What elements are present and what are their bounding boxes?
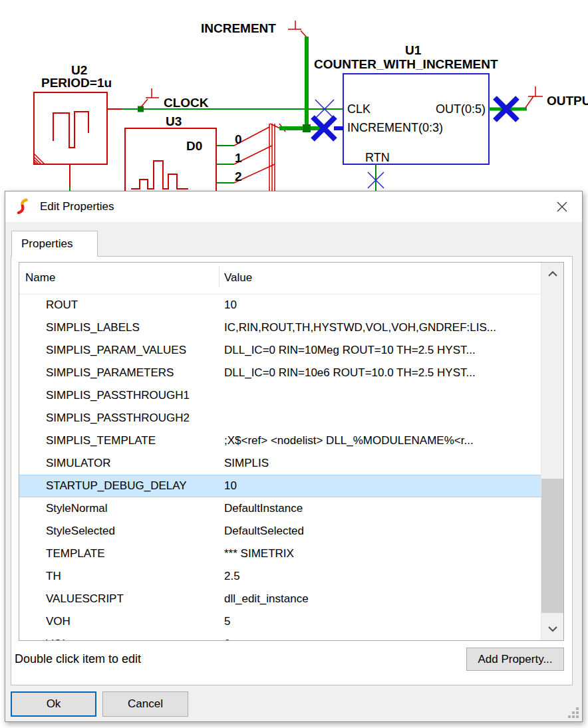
u3-pin-d0-label: D0 [186, 139, 202, 153]
u2-param-label: PERIOD=1u [41, 76, 112, 90]
table-row[interactable]: SIMPLIS_PARAMETERSDLL_IC=0 RIN=10e6 ROUT… [19, 362, 541, 384]
u3-bus-pin-0: 0 [235, 132, 242, 146]
u1-part-label: COUNTER_WITH_INCREMENT [314, 57, 498, 71]
simetrix-logo-icon [15, 198, 32, 215]
u2-component [34, 92, 107, 191]
property-value: DefaultInstance [224, 502, 539, 515]
table-row[interactable]: SIMPLIS_PASSTHROUGH1 [19, 384, 541, 407]
property-rows: ROUT10SIMPLIS_LABELSIC,RIN,ROUT,TH,HYSTW… [19, 294, 541, 640]
property-name: TH [46, 570, 61, 583]
table-row[interactable]: TH2.5 [19, 565, 541, 588]
column-header-name: Name [25, 271, 55, 285]
cancel-button[interactable]: Cancel [102, 691, 188, 717]
property-name: VOL [46, 638, 69, 640]
property-name: VALUESCRIPT [46, 592, 124, 606]
property-name: StyleSelected [46, 525, 115, 538]
u3-component [125, 124, 285, 193]
property-name: ROUT [46, 299, 78, 312]
property-value: 10 [224, 299, 539, 312]
close-icon [556, 201, 568, 213]
u2-ref-label: U2 [71, 63, 87, 77]
property-value: DLL_IC=0 RIN=10e6 ROUT=10.0 TH=2.5 HYST.… [224, 366, 539, 380]
property-value: SIMPLIS [224, 457, 539, 470]
property-name: STARTUP_DEBUG_DELAY [46, 479, 187, 493]
output-net-wire [525, 86, 543, 108]
increment-net-label: INCREMENT [201, 21, 276, 35]
table-row[interactable]: TEMPLATE*** SIMETRIX [19, 543, 541, 565]
resize-grip[interactable] [568, 707, 580, 719]
tab-properties[interactable]: Properties [11, 231, 98, 257]
property-name: TEMPLATE [46, 547, 104, 560]
output-net-label: OUTPUT [547, 94, 588, 108]
scroll-up-button[interactable] [541, 263, 563, 285]
property-name: SIMULATOR [46, 457, 111, 470]
edit-properties-dialog: Edit Properties Properties Name Value RO… [5, 191, 583, 722]
table-header: Name Value [19, 263, 563, 295]
u1-pin-out: OUT(0:5) [436, 102, 486, 116]
u1-pin-rtn: RTN [365, 151, 390, 164]
property-value: ;X$<ref> <nodelist> DLL_%MODULENAME%<r..… [224, 434, 539, 447]
u1-pin-clk: CLK [347, 102, 370, 116]
property-value: 0 [224, 638, 539, 640]
properties-tab-page: Name Value ROUT10SIMPLIS_LABELSIC,RIN,RO… [11, 256, 573, 685]
property-value: 5 [224, 615, 539, 628]
table-row[interactable]: SIMPLIS_LABELSIC,RIN,ROUT,TH,HYSTWD,VOL,… [19, 316, 541, 339]
u1-ref-label: U1 [405, 43, 422, 57]
table-row[interactable]: StyleNormalDefaultInstance [19, 497, 541, 520]
property-value: DLL_IC=0 RIN=10Meg ROUT=10 TH=2.5 HYST..… [224, 344, 539, 357]
column-divider[interactable] [219, 266, 220, 287]
table-row[interactable]: VOH5 [19, 610, 541, 633]
table-row[interactable]: SIMPLIS_PARAM_VALUESDLL_IC=0 RIN=10Meg R… [19, 339, 541, 362]
table-row[interactable]: SIMPLIS_TEMPLATE;X$<ref> <nodelist> DLL_… [19, 429, 541, 452]
u3-ref-label: U3 [166, 114, 182, 128]
hint-text: Double click item to edit [15, 652, 141, 666]
property-value: dll_edit_instance [224, 592, 539, 606]
clock-net-label: CLOCK [164, 96, 209, 110]
u1-pin-increment: INCREMENT(0:3) [347, 121, 443, 134]
property-name: SIMPLIS_LABELS [46, 321, 140, 334]
property-name: SIMPLIS_PARAMETERS [46, 366, 174, 380]
scroll-down-button[interactable] [541, 618, 563, 640]
chevron-up-icon [547, 271, 558, 277]
table-row-selected[interactable]: STARTUP_DEBUG_DELAY10 [19, 475, 541, 497]
dialog-title: Edit Properties [40, 200, 114, 213]
property-value: *** SIMETRIX [224, 547, 539, 560]
vertical-scrollbar[interactable] [541, 263, 563, 640]
property-table: Name Value ROUT10SIMPLIS_LABELSIC,RIN,RO… [19, 262, 564, 641]
table-row[interactable]: SIMULATORSIMPLIS [19, 452, 541, 475]
table-row[interactable]: StyleSelectedDefaultSelected [19, 520, 541, 543]
property-value: IC,RIN,ROUT,TH,HYSTWD,VOL,VOH,GNDREF:LIS… [224, 321, 539, 334]
u3-bus-pin-1: 1 [235, 151, 242, 165]
u3-bus-pin-2: 2 [235, 170, 242, 183]
property-value: 2.5 [224, 570, 539, 583]
close-button[interactable] [551, 197, 573, 217]
column-header-value: Value [224, 271, 252, 285]
table-row[interactable]: ROUT10 [19, 294, 541, 316]
scrollbar-thumb[interactable] [541, 479, 563, 613]
table-row[interactable]: VOL0 [19, 633, 541, 640]
application-window: CLOCK U2 PERIOD=1u U3 D0 0 1 [0, 0, 588, 728]
table-row[interactable]: SIMPLIS_PASSTHROUGH2 [19, 407, 541, 429]
chevron-down-icon [547, 626, 558, 632]
property-name: SIMPLIS_PASSTHROUGH2 [46, 412, 190, 425]
ok-button[interactable]: Ok [11, 691, 96, 717]
property-name: VOH [46, 615, 71, 628]
property-name: SIMPLIS_TEMPLATE [46, 434, 156, 447]
table-row[interactable]: VALUESCRIPTdll_edit_instance [19, 588, 541, 610]
tab-label: Properties [21, 237, 73, 251]
add-property-button[interactable]: Add Property... [466, 648, 564, 671]
schematic-canvas: CLOCK U2 PERIOD=1u U3 D0 0 1 [0, 0, 588, 193]
property-value: 10 [224, 479, 539, 493]
property-name: StyleNormal [46, 502, 108, 515]
dialog-titlebar[interactable]: Edit Properties [5, 191, 582, 222]
property-value: DefaultSelected [224, 525, 539, 538]
property-name: SIMPLIS_PASSTHROUGH1 [46, 389, 190, 402]
property-name: SIMPLIS_PARAM_VALUES [46, 344, 186, 357]
